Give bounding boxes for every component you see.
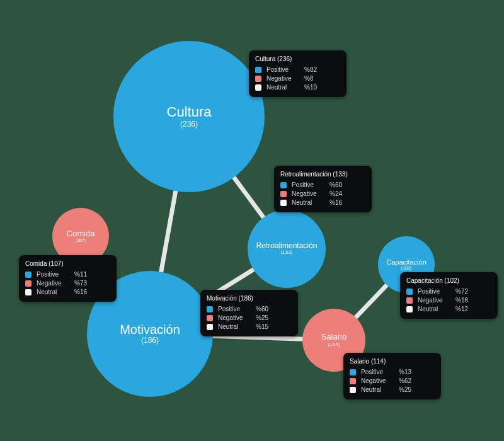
label-positive: Positive: [266, 66, 299, 73]
swatch-positive: [207, 306, 213, 312]
swatch-negative: [25, 280, 32, 287]
swatch-negative: [280, 191, 287, 197]
label-positive: Positive: [37, 271, 69, 278]
label-positive: Positive: [292, 181, 324, 188]
value-negative: %73: [74, 280, 87, 287]
tooltip-row-neutral: Neutral %16: [280, 199, 365, 206]
value-neutral: %25: [399, 386, 411, 393]
swatch-positive: [350, 369, 356, 375]
label-neutral: Neutral: [418, 306, 450, 312]
label-neutral: Neutral: [37, 289, 69, 295]
tooltip-row-neutral: Neutral %15: [207, 323, 292, 330]
swatch-neutral: [350, 387, 356, 393]
tooltip-row-negative: Negative %62: [350, 377, 435, 384]
label-positive: Positive: [418, 288, 450, 295]
swatch-negative: [406, 297, 413, 304]
tooltip-title: Motivación (186): [207, 295, 292, 302]
swatch-negative: [255, 76, 261, 82]
tooltip-row-positive: Positive %11: [25, 271, 110, 278]
value-positive: %82: [304, 66, 317, 73]
tooltip-title: Cultura (236): [255, 55, 340, 62]
tooltip-salario: Salario (114) Positive %13 Negative %62 …: [343, 353, 441, 399]
value-negative: %24: [329, 190, 342, 197]
value-negative: %8: [304, 75, 313, 82]
swatch-positive: [255, 67, 261, 73]
tooltip-row-positive: Positive %82: [255, 66, 340, 73]
label-negative: Negative: [418, 297, 450, 304]
node-count: (107): [76, 238, 86, 243]
label-negative: Negative: [37, 280, 69, 287]
swatch-neutral: [207, 324, 213, 330]
label-neutral: Neutral: [266, 84, 299, 91]
value-negative: %25: [256, 314, 268, 321]
value-negative: %62: [399, 377, 411, 384]
swatch-positive: [25, 272, 32, 278]
swatch-neutral: [406, 306, 413, 312]
tooltip-row-neutral: Neutral %25: [350, 386, 435, 393]
swatch-negative: [350, 378, 356, 384]
tooltip-row-negative: Negative %73: [25, 280, 110, 287]
swatch-neutral: [280, 200, 287, 206]
tooltip-row-negative: Negative %8: [255, 75, 340, 82]
value-negative: %16: [455, 297, 468, 304]
label-neutral: Neutral: [218, 323, 251, 330]
node-label: Comida: [67, 229, 95, 238]
tooltip-row-positive: Positive %72: [406, 288, 491, 295]
node-label: Capacitación: [386, 258, 427, 266]
node-cultura[interactable]: Cultura (236): [113, 41, 265, 192]
node-label: Salario: [321, 333, 346, 341]
tooltip-row-neutral: Neutral %16: [25, 289, 110, 295]
value-neutral: %16: [329, 199, 342, 206]
node-count: (186): [141, 336, 159, 345]
tooltip-row-neutral: Neutral %10: [255, 84, 340, 91]
tooltip-row-negative: Negative %25: [207, 314, 292, 321]
value-neutral: %15: [256, 323, 268, 330]
node-count: (102): [401, 266, 411, 271]
tooltip-title: Salario (114): [350, 358, 435, 365]
value-positive: %11: [74, 271, 87, 278]
label-positive: Positive: [218, 306, 251, 312]
node-count: (236): [180, 120, 198, 129]
tooltip-cultura: Cultura (236) Positive %82 Negative %8 N…: [249, 50, 346, 97]
swatch-neutral: [25, 289, 32, 295]
tooltip-motivacion: Motivación (186) Positive %60 Negative %…: [200, 290, 298, 336]
node-label: Motivación: [120, 323, 180, 336]
node-count: (133): [281, 250, 293, 256]
swatch-negative: [207, 315, 213, 321]
tooltip-row-negative: Negative %24: [280, 190, 365, 197]
node-retroalimentacion[interactable]: Retroalimentación (133): [248, 210, 326, 288]
label-negative: Negative: [292, 190, 324, 197]
label-negative: Negative: [361, 377, 394, 384]
tooltip-row-negative: Negative %16: [406, 297, 491, 304]
tooltip-title: Capacitación (102): [406, 277, 491, 284]
value-neutral: %12: [455, 306, 468, 312]
swatch-neutral: [255, 84, 261, 91]
tooltip-title: Comida (107): [25, 260, 110, 267]
swatch-positive: [406, 289, 413, 295]
value-positive: %13: [399, 369, 411, 375]
label-negative: Negative: [266, 75, 299, 82]
tooltip-row-positive: Positive %60: [280, 181, 365, 188]
tooltip-capacitacion: Capacitación (102) Positive %72 Negative…: [400, 272, 498, 319]
node-label: Cultura: [167, 105, 212, 120]
diagram-canvas: Cultura (236) Motivación (186) Retroalim…: [0, 0, 504, 441]
tooltip-row-positive: Positive %13: [350, 369, 435, 375]
swatch-positive: [280, 182, 287, 188]
tooltip-retroalimentacion: Retroalimentación (133) Positive %60 Neg…: [274, 166, 372, 212]
value-neutral: %10: [304, 84, 317, 91]
label-neutral: Neutral: [292, 199, 324, 206]
value-positive: %72: [455, 288, 468, 295]
tooltip-comida: Comida (107) Positive %11 Negative %73 N…: [19, 255, 117, 302]
tooltip-row-neutral: Neutral %12: [406, 306, 491, 312]
value-positive: %60: [256, 306, 268, 312]
value-positive: %60: [329, 181, 342, 188]
label-neutral: Neutral: [361, 386, 394, 393]
label-negative: Negative: [218, 314, 251, 321]
node-count: (114): [328, 342, 340, 348]
label-positive: Positive: [361, 369, 394, 375]
value-neutral: %16: [74, 289, 87, 295]
tooltip-row-positive: Positive %60: [207, 306, 292, 312]
tooltip-title: Retroalimentación (133): [280, 171, 365, 178]
